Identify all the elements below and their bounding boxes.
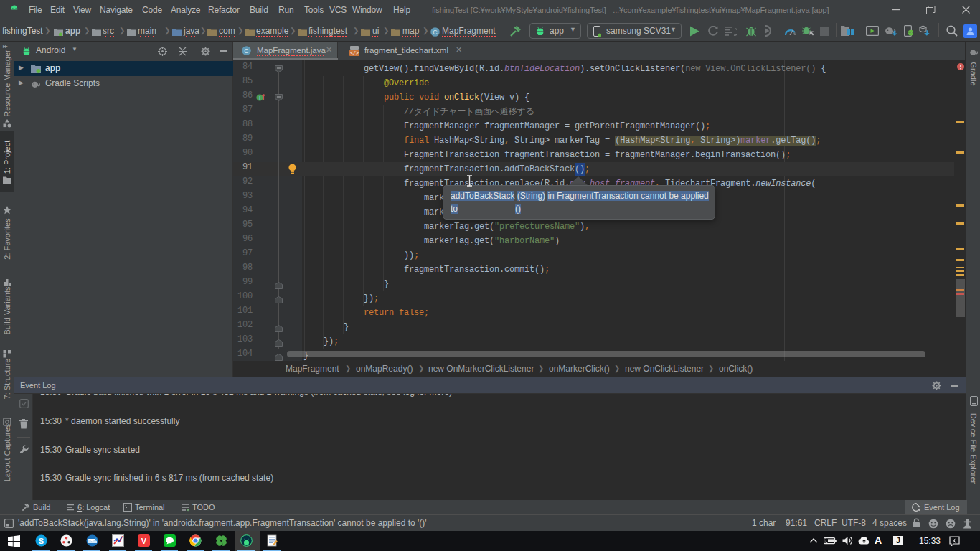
svg-text:S: S [39, 537, 44, 545]
svg-text:C: C [433, 29, 438, 36]
svg-text:I: I [259, 95, 260, 101]
svg-text:C: C [244, 47, 249, 55]
svg-text:</>: </> [350, 51, 359, 56]
svg-text:V: V [141, 537, 147, 545]
